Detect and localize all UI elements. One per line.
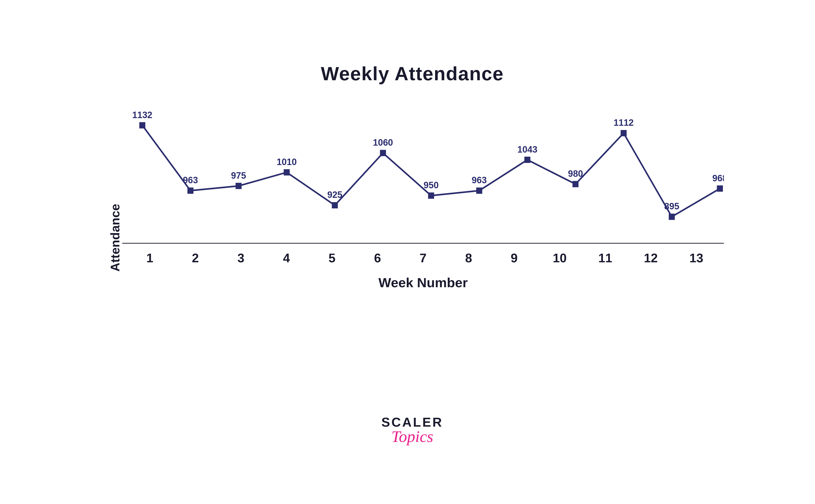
data-label-1: 1132 [132, 109, 152, 120]
data-label-6: 1060 [373, 137, 393, 148]
chart-area: Attendance 1132 963 975 [101, 99, 724, 395]
data-label-4: 1010 [277, 156, 297, 167]
x-label-9: 9 [492, 251, 537, 265]
data-point-2 [187, 188, 193, 194]
chart-line [142, 125, 720, 217]
data-point-5 [332, 202, 338, 208]
x-label-4: 4 [264, 251, 309, 265]
x-label-13: 13 [674, 251, 719, 265]
data-point-3 [236, 183, 242, 189]
data-label-2: 963 [183, 175, 198, 185]
x-label-11: 11 [583, 251, 628, 265]
data-label-9: 1043 [517, 144, 538, 155]
x-label-12: 12 [628, 251, 674, 265]
plot-area: 1132 963 975 1010 925 1060 950 [122, 99, 724, 395]
data-point-7 [428, 192, 434, 199]
data-point-10 [573, 181, 579, 187]
x-label-3: 3 [218, 251, 264, 265]
data-point-4 [284, 169, 290, 175]
data-point-1 [139, 122, 145, 128]
data-point-13 [717, 185, 723, 192]
x-label-8: 8 [446, 251, 492, 265]
chart-container: Weekly Attendance Attendance 1132 963 [72, 48, 743, 456]
data-label-11: 1112 [614, 117, 634, 128]
data-point-9 [525, 157, 531, 163]
data-label-8: 963 [472, 175, 487, 185]
brand-topics-text: Topics [391, 427, 433, 446]
y-axis-label: Attendance [101, 99, 122, 376]
brand-area: SCALER Topics [381, 415, 443, 446]
chart-title: Weekly Attendance [321, 63, 504, 85]
x-labels: 1 2 3 4 5 6 7 8 9 10 11 12 13 [122, 251, 724, 265]
data-label-10: 980 [568, 168, 583, 179]
data-point-6 [380, 150, 386, 156]
x-label-2: 2 [173, 251, 218, 265]
data-point-11 [621, 130, 627, 136]
data-label-5: 925 [327, 189, 342, 200]
x-label-6: 6 [355, 251, 400, 265]
x-label-10: 10 [537, 251, 583, 265]
x-axis-area: 1 2 3 4 5 6 7 8 9 10 11 12 13 Week Numbe… [122, 243, 724, 290]
x-label-1: 1 [127, 251, 173, 265]
line-chart: 1132 963 975 1010 925 1060 950 [122, 99, 724, 243]
data-point-12 [669, 214, 675, 220]
data-label-3: 975 [231, 170, 246, 181]
x-axis-title: Week Number [378, 275, 468, 290]
data-label-13: 968 [712, 173, 724, 183]
x-label-7: 7 [400, 251, 446, 265]
data-label-7: 950 [424, 180, 439, 190]
x-label-5: 5 [309, 251, 355, 265]
x-axis-line [122, 243, 724, 244]
data-point-8 [476, 188, 482, 194]
data-label-12: 895 [664, 201, 679, 212]
